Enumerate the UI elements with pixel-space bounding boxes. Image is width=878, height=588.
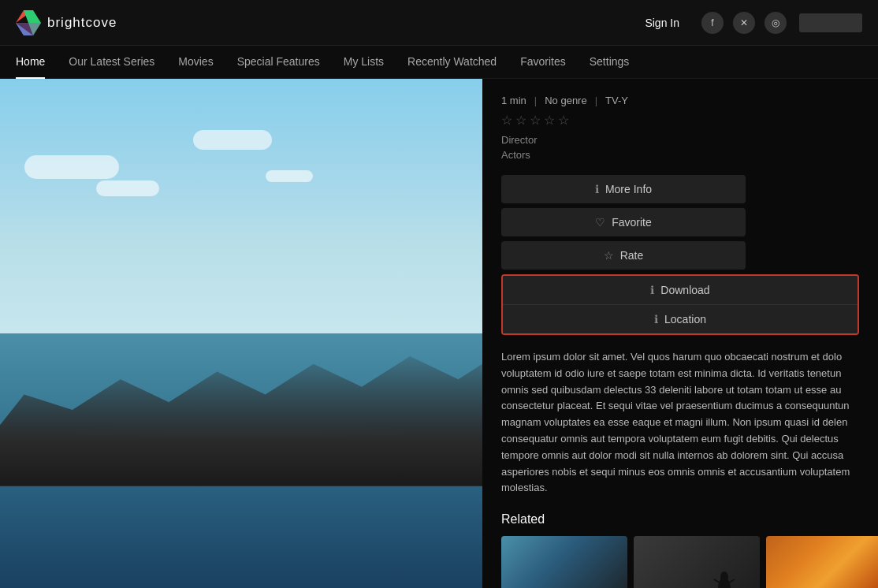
divider-2: | <box>595 95 597 106</box>
social-icons: f ✕ ◎ <box>701 12 787 34</box>
header-left: brightcove <box>16 10 117 35</box>
actors-label: Actors <box>501 149 859 161</box>
nav-item-my-lists[interactable]: My Lists <box>344 46 384 79</box>
main-nav: Home Our Latest Series Movies Special Fe… <box>0 46 878 79</box>
bird-silhouette <box>712 568 736 588</box>
logo[interactable]: brightcove <box>16 10 117 35</box>
favorite-button[interactable]: ♡ Favorite <box>501 208 746 236</box>
sign-in-button[interactable]: Sign In <box>635 12 689 34</box>
header: brightcove Sign In f ✕ ◎ <box>0 0 878 46</box>
related-item-3[interactable] <box>766 536 878 588</box>
duration: 1 min <box>501 95 526 106</box>
video-panel <box>0 79 482 588</box>
header-right: Sign In f ✕ ◎ <box>635 12 862 34</box>
svg-point-5 <box>720 571 728 582</box>
search-bar[interactable] <box>799 13 862 32</box>
heart-icon: ♡ <box>595 216 605 229</box>
director-label: Director <box>501 134 859 146</box>
detail-panel: 1 min | No genre | TV-Y ☆ ☆ ☆ ☆ ☆ Direct… <box>482 79 878 588</box>
related-title: Related <box>501 512 859 527</box>
star-2[interactable]: ☆ <box>515 113 526 128</box>
star-3[interactable]: ☆ <box>530 113 541 128</box>
related-item-2[interactable] <box>634 536 760 588</box>
main-content: 1 min | No genre | TV-Y ☆ ☆ ☆ ☆ ☆ Direct… <box>0 79 878 588</box>
action-buttons: ℹ More Info ♡ Favorite ☆ Rate ℹ Download… <box>501 175 859 335</box>
cloud-4 <box>266 170 313 182</box>
nav-item-recently-watched[interactable]: Recently Watched <box>407 46 497 79</box>
nav-list: Home Our Latest Series Movies Special Fe… <box>16 46 629 79</box>
divider-1: | <box>534 95 537 106</box>
cloud-3 <box>193 130 272 150</box>
star-rating[interactable]: ☆ ☆ ☆ ☆ ☆ <box>501 113 859 128</box>
related-grid <box>501 536 859 588</box>
nav-item-home[interactable]: Home <box>16 46 45 79</box>
genre: No genre <box>545 95 586 106</box>
facebook-icon[interactable]: f <box>701 12 724 34</box>
twitter-icon[interactable]: ✕ <box>733 12 755 34</box>
svg-marker-3 <box>16 23 41 35</box>
nav-item-special-features[interactable]: Special Features <box>237 46 320 79</box>
description-text: Lorem ipsum dolor sit amet. Vel quos har… <box>501 349 859 497</box>
meta-info: 1 min | No genre | TV-Y <box>501 95 859 106</box>
info-icon: ℹ <box>595 183 599 195</box>
star-icon: ☆ <box>604 249 614 262</box>
sky <box>0 79 482 359</box>
nav-item-movies[interactable]: Movies <box>178 46 213 79</box>
rating: TV-Y <box>605 95 628 106</box>
nav-item-latest-series[interactable]: Our Latest Series <box>69 46 154 79</box>
download-button[interactable]: ℹ Download <box>503 276 858 305</box>
star-1[interactable]: ☆ <box>501 113 512 128</box>
cloud-1 <box>24 155 119 179</box>
instagram-icon[interactable]: ◎ <box>765 12 787 34</box>
logo-text: brightcove <box>47 15 117 31</box>
logo-icon <box>16 10 41 35</box>
cloud-2 <box>96 180 159 196</box>
location-button[interactable]: ℹ Location <box>503 305 858 333</box>
rate-button[interactable]: ☆ Rate <box>501 241 746 270</box>
location-icon: ℹ <box>654 313 658 326</box>
more-info-button[interactable]: ℹ More Info <box>501 175 746 203</box>
nav-item-favorites[interactable]: Favorites <box>520 46 566 79</box>
star-5[interactable]: ☆ <box>558 113 569 128</box>
download-location-group: ℹ Download ℹ Location <box>501 274 859 335</box>
download-icon: ℹ <box>650 284 654 296</box>
nav-item-settings[interactable]: Settings <box>590 46 630 79</box>
ocean-scene <box>0 79 482 588</box>
related-item-1[interactable] <box>501 536 627 588</box>
star-4[interactable]: ☆ <box>544 113 555 128</box>
